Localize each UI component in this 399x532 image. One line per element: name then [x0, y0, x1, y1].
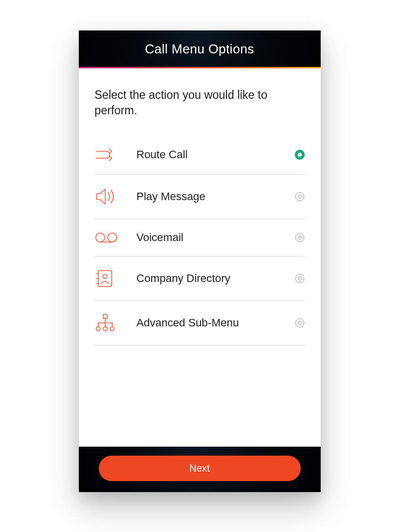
prompt-text: Select the action you would like to perf…	[95, 87, 305, 118]
svg-point-15	[103, 327, 107, 331]
svg-point-7	[103, 274, 107, 278]
voicemail-icon	[95, 232, 125, 244]
option-label: Route Call	[125, 148, 295, 161]
option-advanced-sub-menu[interactable]: Advanced Sub-Menu	[95, 301, 305, 345]
radio-unselected-icon	[295, 233, 305, 243]
option-route-call[interactable]: Route Call	[95, 144, 305, 175]
header-title: Call Menu Options	[145, 41, 254, 56]
content-area: Select the action you would like to perf…	[79, 68, 321, 447]
svg-rect-8	[103, 314, 107, 318]
option-label: Company Directory	[125, 272, 295, 285]
next-button[interactable]: Next	[99, 456, 301, 481]
option-label: Advanced Sub-Menu	[125, 316, 295, 329]
phone-frame: Call Menu Options Select the action you …	[79, 30, 321, 492]
option-voicemail[interactable]: Voicemail	[95, 219, 305, 257]
header: Call Menu Options	[79, 30, 321, 67]
route-call-icon	[95, 147, 125, 162]
option-label: Voicemail	[125, 231, 295, 244]
radio-selected-icon	[295, 150, 305, 160]
option-play-message[interactable]: Play Message	[95, 175, 305, 219]
radio-unselected-icon	[295, 273, 305, 283]
radio-unselected-icon	[295, 318, 305, 328]
svg-point-14	[96, 327, 100, 331]
footer: Next	[79, 447, 321, 492]
speaker-icon	[95, 187, 125, 207]
directory-icon	[95, 268, 125, 288]
options-list: Route Call Play Message	[95, 144, 305, 345]
svg-point-16	[110, 327, 114, 331]
submenu-icon	[95, 313, 125, 333]
radio-unselected-icon	[295, 192, 305, 202]
option-company-directory[interactable]: Company Directory	[95, 257, 305, 301]
svg-point-0	[96, 233, 105, 242]
option-label: Play Message	[125, 190, 295, 203]
svg-point-1	[108, 233, 117, 242]
